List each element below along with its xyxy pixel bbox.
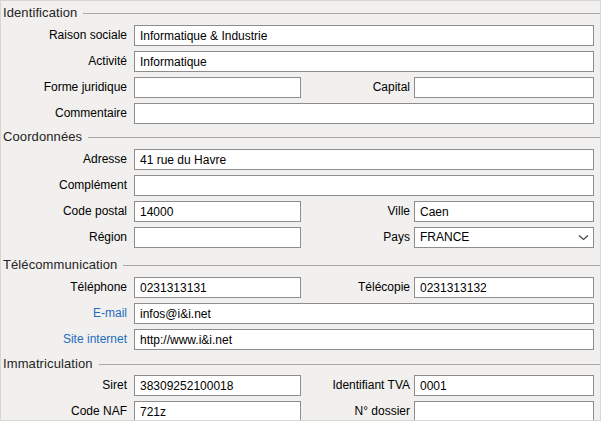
email-label-link[interactable]: E-mail [1,303,131,324]
siret-label: Siret [1,375,131,396]
form-row-forme-juridique-capital: Forme juridique Capital [1,77,600,98]
forme-juridique-input[interactable] [134,77,301,98]
activite-label: Activité [1,51,131,72]
pays-selected-value: FRANCE [420,228,578,247]
telephone-input[interactable] [134,277,301,298]
form-row-adresse: Adresse [1,149,600,170]
coordonnees-section-heading: Coordonnées [1,128,600,145]
siret-input[interactable] [134,375,301,396]
capital-input[interactable] [414,77,594,98]
telephone-label: Téléphone [1,277,131,298]
code-naf-input[interactable] [134,401,301,421]
region-input[interactable] [134,227,301,248]
code-postal-label: Code postal [1,201,131,222]
capital-label: Capital [301,77,414,98]
section-immatriculation: Immatriculation Siret Identifiant TVA Co… [1,355,600,421]
section-divider [99,364,600,365]
immatriculation-section-heading: Immatriculation [1,355,600,372]
pays-select[interactable]: FRANCE [414,227,594,248]
identifiant-tva-label: Identifiant TVA [301,375,414,396]
chevron-down-icon [578,234,589,241]
section-divider [123,265,600,266]
form-row-telephone-telecopie: Téléphone Télécopie [1,277,600,298]
coordonnees-section-title: Coordonnées [3,129,88,144]
section-identification: Identification Raison sociale Activité F… [1,4,600,124]
form-row-region-pays: Région Pays FRANCE [1,227,600,248]
region-label: Région [1,227,131,248]
telecopie-label: Télécopie [301,277,414,298]
identifiant-tva-input[interactable] [414,375,594,396]
form-row-code-naf-dossier: Code NAF N° dossier [1,401,600,421]
commentaire-input[interactable] [134,103,594,124]
raison-sociale-label: Raison sociale [1,25,131,46]
company-form: Identification Raison sociale Activité F… [0,0,601,421]
site-internet-input[interactable] [134,329,594,350]
raison-sociale-input[interactable] [134,25,594,46]
telecommunication-section-title: Télécommunication [3,257,123,272]
email-input[interactable] [134,303,594,324]
ville-label: Ville [301,201,414,222]
section-divider [88,137,600,138]
activite-input[interactable] [134,51,594,72]
section-telecommunication: Télécommunication Téléphone Télécopie E-… [1,256,600,350]
immatriculation-section-title: Immatriculation [3,356,99,371]
complement-input[interactable] [134,175,594,196]
form-row-complement: Complément [1,175,600,196]
forme-juridique-label: Forme juridique [1,77,131,98]
telecommunication-section-heading: Télécommunication [1,256,600,273]
identification-section-heading: Identification [1,4,600,21]
form-row-raison-sociale: Raison sociale [1,25,600,46]
form-row-code-postal-ville: Code postal Ville [1,201,600,222]
num-dossier-input[interactable] [414,401,594,421]
code-postal-input[interactable] [134,201,301,222]
num-dossier-label: N° dossier [301,401,414,421]
identification-section-title: Identification [3,5,83,20]
code-naf-label: Code NAF [1,401,131,421]
adresse-input[interactable] [134,149,594,170]
complement-label: Complément [1,175,131,196]
commentaire-label: Commentaire [1,103,131,124]
ville-input[interactable] [414,201,594,222]
form-row-commentaire: Commentaire [1,103,600,124]
form-row-email: E-mail [1,303,600,324]
section-coordonnees: Coordonnées Adresse Complément Code post… [1,128,600,248]
form-row-siret-tva: Siret Identifiant TVA [1,375,600,396]
form-row-activite: Activité [1,51,600,72]
site-internet-label-link[interactable]: Site internet [1,329,131,350]
telecopie-input[interactable] [414,277,594,298]
section-divider [83,13,600,14]
adresse-label: Adresse [1,149,131,170]
pays-label: Pays [301,227,414,248]
form-row-site-internet: Site internet [1,329,600,350]
